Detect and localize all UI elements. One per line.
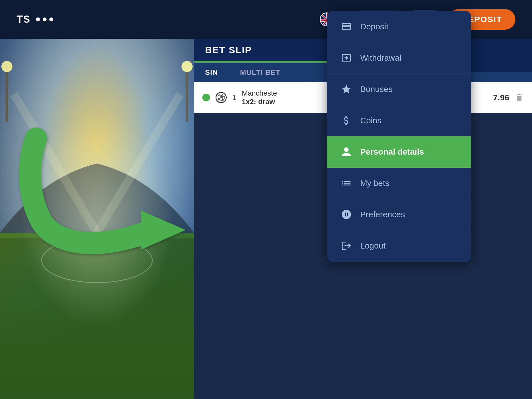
withdrawal-icon bbox=[341, 52, 352, 63]
menu-item-my-bets[interactable]: My bets bbox=[327, 168, 471, 199]
logout-label: Logout bbox=[360, 241, 386, 250]
nav-dot-2 bbox=[43, 17, 47, 21]
menu-item-personal-details[interactable]: Personal details bbox=[327, 136, 471, 168]
tab-multi-bet[interactable]: MULTI BET bbox=[229, 63, 291, 82]
deposit-icon bbox=[341, 21, 352, 32]
svg-rect-17 bbox=[6, 66, 8, 122]
bet-value: 7.96 bbox=[493, 93, 509, 102]
coins-label: Coins bbox=[360, 116, 382, 125]
nav-dot-3 bbox=[49, 17, 53, 21]
svg-point-20 bbox=[181, 61, 193, 72]
nav-dot-1 bbox=[36, 17, 40, 21]
header-left: TS bbox=[17, 14, 53, 25]
svg-point-19 bbox=[1, 61, 12, 72]
logout-icon bbox=[341, 240, 352, 251]
user-dropdown-menu: Deposit Withdrawal Bonuses Coins Persona… bbox=[327, 11, 471, 262]
sport-icon: ⚽ bbox=[216, 92, 227, 103]
menu-item-preferences[interactable]: Preferences bbox=[327, 199, 471, 230]
live-indicator bbox=[202, 94, 210, 101]
green-arrow bbox=[14, 125, 208, 263]
deposit-label: Deposit bbox=[360, 22, 388, 31]
preferences-label: Preferences bbox=[360, 210, 405, 219]
svg-marker-21 bbox=[141, 211, 186, 249]
bonuses-label: Bonuses bbox=[360, 85, 393, 94]
menu-item-withdrawal[interactable]: Withdrawal bbox=[327, 42, 471, 74]
personal-details-icon bbox=[341, 146, 352, 157]
coins-icon bbox=[341, 115, 352, 126]
preferences-icon bbox=[341, 209, 352, 220]
menu-item-coins[interactable]: Coins bbox=[327, 105, 471, 136]
withdrawal-label: Withdrawal bbox=[360, 53, 401, 63]
svg-rect-18 bbox=[186, 66, 188, 122]
tab-single[interactable]: SIN bbox=[194, 63, 229, 82]
menu-item-deposit[interactable]: Deposit bbox=[327, 11, 471, 42]
menu-item-bonuses[interactable]: Bonuses bbox=[327, 74, 471, 105]
remove-bet-icon[interactable] bbox=[515, 93, 524, 102]
bonuses-icon bbox=[341, 84, 352, 95]
menu-item-logout[interactable]: Logout bbox=[327, 230, 471, 262]
nav-dots bbox=[36, 17, 53, 21]
personal-details-label: Personal details bbox=[360, 147, 424, 157]
my-bets-icon bbox=[341, 178, 352, 189]
match-number: 1 bbox=[232, 93, 236, 102]
nav-text: TS bbox=[17, 14, 30, 25]
my-bets-label: My bets bbox=[360, 178, 389, 188]
bet-slip-title: BET SLIP bbox=[205, 45, 252, 55]
